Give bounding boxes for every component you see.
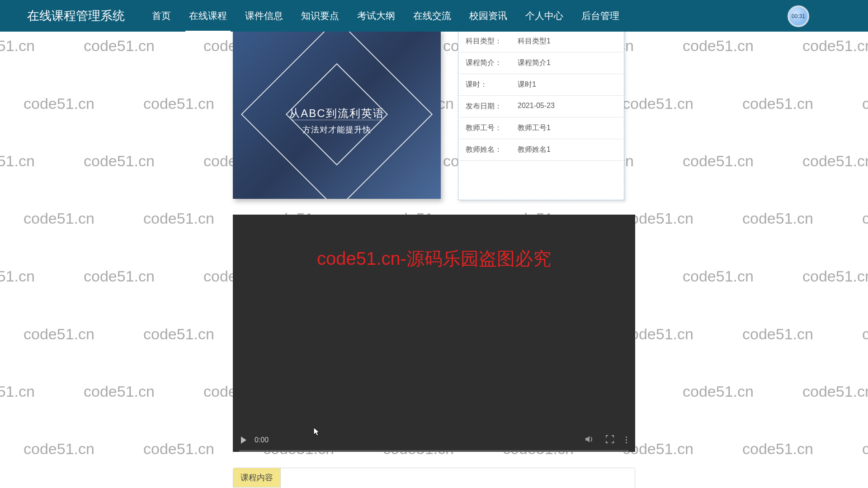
info-row: 发布日期：2021-05-23: [459, 96, 623, 117]
video-player[interactable]: 0:00: [233, 215, 635, 452]
info-row: 教师姓名：教师姓名1: [459, 139, 623, 161]
info-value: 课时1: [518, 80, 617, 89]
nav-item-4[interactable]: 考试大纲: [357, 0, 395, 31]
more-options-icon[interactable]: [626, 436, 627, 443]
nav-item-8[interactable]: 后台管理: [581, 0, 619, 31]
info-label: 课时：: [466, 80, 518, 89]
info-row: 课时：课时1: [459, 74, 623, 96]
info-label: 课程简介：: [466, 58, 518, 68]
course-content-section: 课程内容: [233, 468, 635, 488]
timer-badge[interactable]: 00:31: [788, 5, 809, 27]
info-value: 教师姓名1: [518, 145, 617, 155]
volume-icon[interactable]: [585, 435, 594, 445]
main-content: 从ABC到流利英语 方法对才能提升快 科目类型：科目类型1课程简介：课程简介1课…: [233, 32, 635, 488]
info-value: 课程简介1: [518, 58, 617, 68]
course-cover-image: 从ABC到流利英语 方法对才能提升快: [233, 29, 441, 199]
play-icon[interactable]: [241, 436, 246, 444]
info-label: 教师姓名：: [466, 145, 518, 155]
info-row-empty: [459, 161, 623, 188]
cursor-icon: [313, 427, 320, 438]
nav-item-6[interactable]: 校园资讯: [469, 0, 507, 31]
nav-item-3[interactable]: 知识要点: [301, 0, 339, 31]
fullscreen-icon[interactable]: [606, 435, 614, 445]
info-value: 教师工号1: [518, 123, 617, 133]
course-info-panel: 科目类型：科目类型1课程简介：课程简介1课时：课时1发布日期：2021-05-2…: [458, 29, 624, 200]
video-controls: 0:00: [233, 428, 635, 452]
nav-item-1[interactable]: 在线课程: [189, 0, 227, 31]
nav-item-5[interactable]: 在线交流: [413, 0, 451, 31]
info-label: 科目类型：: [466, 37, 518, 46]
info-label: 发布日期：: [466, 102, 518, 111]
info-row: 教师工号：教师工号1: [459, 117, 623, 139]
nav-item-0[interactable]: 首页: [152, 0, 171, 31]
content-tab[interactable]: 课程内容: [233, 468, 281, 488]
info-row: 科目类型：科目类型1: [459, 31, 623, 52]
video-progress-bar[interactable]: [239, 450, 629, 452]
nav-item-2[interactable]: 课件信息: [245, 0, 283, 31]
header: 在线课程管理系统 首页在线课程课件信息知识要点考试大纲在线交流校园资讯个人中心后…: [0, 0, 868, 32]
main-nav: 首页在线课程课件信息知识要点考试大纲在线交流校园资讯个人中心后台管理: [152, 0, 619, 31]
info-row: 课程简介：课程简介1: [459, 52, 623, 74]
cover-text-2: 方法对才能提升快: [233, 124, 441, 135]
info-label: 教师工号：: [466, 123, 518, 133]
app-title: 在线课程管理系统: [27, 8, 125, 24]
info-value: 科目类型1: [518, 37, 617, 46]
video-time: 0:00: [255, 436, 269, 444]
cover-text-1: 从ABC到流利英语: [233, 106, 441, 121]
nav-item-7[interactable]: 个人中心: [525, 0, 563, 31]
info-value: 2021-05-23: [518, 102, 617, 111]
